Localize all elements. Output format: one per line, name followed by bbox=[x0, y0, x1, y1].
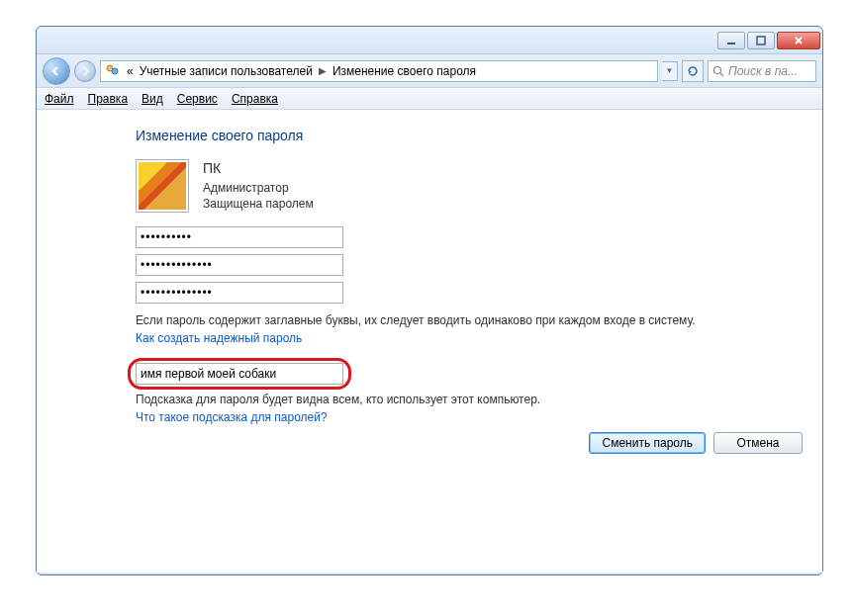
chevron-down-icon: ▼ bbox=[666, 66, 674, 75]
menu-help[interactable]: Справка bbox=[232, 92, 278, 106]
maximize-button[interactable] bbox=[747, 32, 775, 49]
current-password-input[interactable] bbox=[136, 226, 343, 248]
user-role: Администратор bbox=[203, 180, 314, 196]
change-password-button[interactable]: Сменить пароль bbox=[589, 432, 706, 454]
user-name: ПК bbox=[203, 159, 314, 178]
avatar bbox=[136, 159, 189, 213]
strong-password-link[interactable]: Как создать надежный пароль bbox=[136, 331, 799, 345]
search-placeholder: Поиск в па... bbox=[728, 64, 798, 78]
minimize-button[interactable] bbox=[717, 32, 745, 49]
svg-line-5 bbox=[720, 73, 723, 76]
caps-info-text: Если пароль содержит заглавные буквы, их… bbox=[136, 313, 799, 327]
search-input[interactable]: Поиск в па... bbox=[708, 60, 816, 82]
page-title: Изменение своего пароля bbox=[136, 128, 799, 143]
hint-help-link[interactable]: Что такое подсказка для паролей? bbox=[136, 410, 799, 424]
content-area: Изменение своего пароля ПК Администратор… bbox=[37, 110, 822, 572]
password-hint-input[interactable] bbox=[136, 363, 343, 385]
menu-tools[interactable]: Сервис bbox=[177, 92, 218, 106]
cancel-button[interactable]: Отмена bbox=[713, 432, 803, 454]
close-button[interactable] bbox=[777, 32, 820, 49]
svg-point-4 bbox=[714, 66, 721, 73]
menu-file[interactable]: Файл bbox=[45, 92, 74, 106]
breadcrumb-2[interactable]: Изменение своего пароля bbox=[332, 64, 476, 78]
arrow-right-icon bbox=[80, 66, 90, 76]
search-icon bbox=[712, 65, 724, 77]
breadcrumb-prefix: « bbox=[127, 64, 134, 78]
avatar-image bbox=[139, 162, 186, 210]
refresh-icon bbox=[686, 64, 700, 78]
navigation-bar: « Учетные записи пользователей ▶ Изменен… bbox=[37, 54, 822, 88]
user-status: Защищена паролем bbox=[203, 196, 314, 212]
user-accounts-icon bbox=[105, 63, 121, 79]
hint-field-wrapper bbox=[136, 363, 343, 385]
password-fields bbox=[136, 226, 799, 304]
hint-visibility-info: Подсказка для пароля будет видна всем, к… bbox=[136, 393, 799, 406]
menu-edit[interactable]: Правка bbox=[88, 92, 129, 106]
breadcrumb-separator-icon: ▶ bbox=[319, 65, 327, 76]
svg-rect-0 bbox=[727, 43, 735, 44]
address-dropdown-button[interactable]: ▼ bbox=[662, 61, 678, 81]
menu-bar: Файл Правка Вид Сервис Справка bbox=[37, 88, 822, 110]
svg-rect-1 bbox=[757, 37, 765, 44]
breadcrumb-1[interactable]: Учетные записи пользователей bbox=[140, 64, 313, 78]
address-bar[interactable]: « Учетные записи пользователей ▶ Изменен… bbox=[100, 60, 658, 82]
svg-point-3 bbox=[112, 68, 118, 74]
arrow-left-icon bbox=[51, 66, 61, 76]
refresh-button[interactable] bbox=[682, 60, 704, 82]
nav-back-button[interactable] bbox=[43, 57, 70, 85]
button-row: Сменить пароль Отмена bbox=[589, 432, 803, 454]
new-password-input[interactable] bbox=[136, 254, 343, 276]
menu-view[interactable]: Вид bbox=[142, 92, 163, 106]
confirm-password-input[interactable] bbox=[136, 282, 343, 304]
user-info-block: ПК Администратор Защищена паролем bbox=[136, 159, 799, 213]
window-frame: « Учетные записи пользователей ▶ Изменен… bbox=[36, 26, 823, 575]
nav-forward-button[interactable] bbox=[74, 60, 96, 82]
user-text: ПК Администратор Защищена паролем bbox=[203, 159, 314, 212]
titlebar bbox=[37, 27, 822, 54]
